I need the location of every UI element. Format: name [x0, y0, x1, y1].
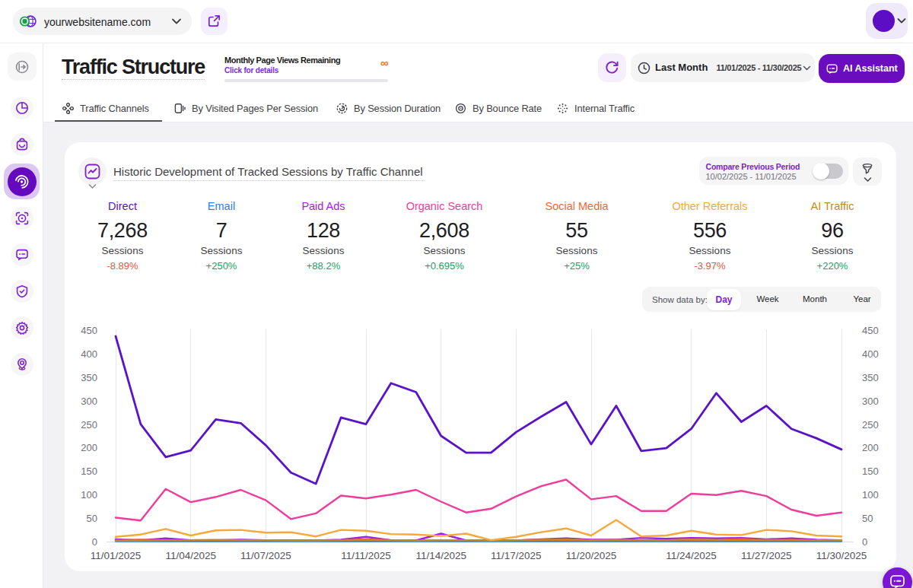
- svg-text:11/30/2025: 11/30/2025: [816, 550, 867, 561]
- svg-text:250: 250: [81, 419, 97, 431]
- svg-text:100: 100: [862, 489, 879, 501]
- svg-text:11/27/2025: 11/27/2025: [741, 550, 792, 561]
- svg-text:150: 150: [81, 466, 97, 477]
- svg-text:450: 450: [862, 325, 879, 336]
- svg-text:200: 200: [862, 442, 879, 453]
- svg-text:400: 400: [862, 348, 879, 360]
- svg-text:300: 300: [862, 396, 879, 407]
- svg-text:0: 0: [862, 536, 867, 548]
- svg-text:0: 0: [92, 536, 97, 548]
- svg-text:250: 250: [862, 419, 879, 431]
- svg-text:400: 400: [81, 348, 97, 360]
- svg-text:450: 450: [81, 325, 97, 336]
- svg-text:50: 50: [87, 513, 97, 524]
- svg-text:11/20/2025: 11/20/2025: [566, 550, 617, 561]
- svg-text:50: 50: [862, 513, 873, 524]
- svg-text:11/01/2025: 11/01/2025: [91, 550, 142, 561]
- svg-text:150: 150: [862, 466, 879, 477]
- svg-text:11/04/2025: 11/04/2025: [165, 550, 216, 561]
- svg-text:11/14/2025: 11/14/2025: [415, 550, 466, 561]
- svg-text:200: 200: [81, 442, 97, 453]
- svg-text:300: 300: [81, 396, 97, 407]
- svg-text:100: 100: [81, 489, 97, 501]
- svg-text:11/24/2025: 11/24/2025: [666, 550, 717, 561]
- svg-text:350: 350: [862, 372, 879, 383]
- svg-text:11/17/2025: 11/17/2025: [491, 550, 542, 561]
- svg-text:11/07/2025: 11/07/2025: [240, 550, 291, 561]
- svg-text:11/11/2025: 11/11/2025: [341, 550, 391, 561]
- svg-text:350: 350: [81, 372, 97, 383]
